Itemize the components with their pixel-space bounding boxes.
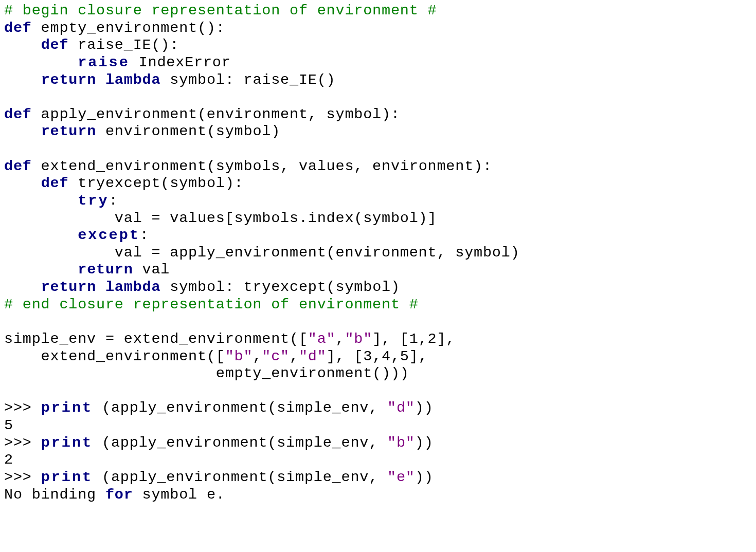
string-literal: "b" [387,434,415,451]
prompt: >>> [4,399,41,416]
code-text: empty_environment())) [4,365,409,382]
comment: # end closure representation of environm… [4,296,419,313]
code-text: : [109,192,118,209]
keyword-def: def [41,175,69,192]
output: symbol e. [133,486,225,503]
code-text: simple_env = extend_environment([ [4,330,308,347]
output: No binding [4,486,105,503]
string-literal: "c" [262,348,290,365]
comment: # begin closure representation of enviro… [4,2,437,19]
keyword-def: def [4,158,32,175]
code-text: )) [415,434,434,451]
string-literal: "d" [387,399,415,416]
code-text: ], [1,2], [372,330,455,347]
string-literal: "e" [387,469,415,486]
keyword-return: return [41,71,96,88]
code-text: IndexError [130,54,231,71]
code-text: , [290,348,299,365]
output: 5 [4,417,13,434]
keyword-for: for [105,486,133,503]
code-text: tryexcept(symbol): [68,175,243,192]
keyword-try: try [78,192,109,209]
keyword-def: def [41,36,69,53]
code-text: ], [3,4,5], [327,348,428,365]
code-text: (apply_environment(simple_env, [93,434,387,451]
code-text: (apply_environment(simple_env, [93,399,387,416]
code-text: )) [415,469,434,486]
code-text: val [133,261,170,278]
code-text: symbol: raise_IE() [160,71,335,88]
code-text: )) [415,399,434,416]
keyword-print: print [41,434,93,451]
code-text: (apply_environment(simple_env, [93,469,387,486]
prompt: >>> [4,434,41,451]
code-text: environment(symbol) [96,123,280,140]
code-text: , [253,348,262,365]
string-literal: "b" [225,348,253,365]
prompt: >>> [4,469,41,486]
keyword-raise: raise [78,54,130,71]
keyword-return: return [41,279,96,296]
code-text: apply_environment(environment, symbol): [32,106,400,123]
code-text: extend_environment(symbols, values, envi… [32,158,492,175]
code-text: symbol: tryexcept(symbol) [160,279,400,296]
code-block: # begin closure representation of enviro… [0,0,756,505]
code-text: extend_environment([ [4,348,225,365]
string-literal: "a" [308,330,336,347]
keyword-return: return [41,123,96,140]
keyword-def: def [4,20,32,36]
string-literal: "b" [345,330,372,347]
keyword-print: print [41,469,93,486]
keyword-lambda: lambda [105,71,160,88]
keyword-def: def [4,106,32,123]
code-text: , [336,330,345,347]
keyword-lambda: lambda [105,279,160,296]
keyword-return: return [78,261,133,278]
code-text: : [140,227,149,244]
code-text: val = apply_environment(environment, sym… [4,244,520,261]
keyword-print: print [41,399,93,416]
string-literal: "d" [299,348,327,365]
output: 2 [4,451,13,468]
code-text: empty_environment(): [32,20,225,36]
code-text: val = values[symbols.index(symbol)] [4,210,437,227]
keyword-except: except [78,227,140,244]
code-text: raise_IE(): [68,36,179,53]
